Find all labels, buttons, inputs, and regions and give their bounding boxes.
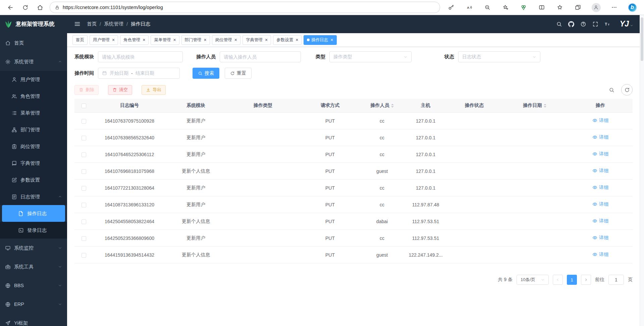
table-row[interactable]: 1642505235366809600更新用户PUTcc112.97.53.51… xyxy=(74,230,633,247)
row-checkbox[interactable] xyxy=(82,119,86,124)
breadcrumb-item[interactable]: 操作日志 xyxy=(131,21,150,27)
tab-home[interactable]: 首页 xyxy=(72,35,88,45)
detail-link[interactable]: 详细 xyxy=(592,185,608,191)
sidebar-item-system-management[interactable]: 系统管理 xyxy=(0,52,67,71)
table-row[interactable]: 1642504558053822464更新个人信息PUTdabai112.97.… xyxy=(74,213,633,230)
sidebar-item-bbs[interactable]: BBS xyxy=(0,276,67,295)
prev-page-button[interactable] xyxy=(553,275,563,285)
page-button-1[interactable]: 1 xyxy=(567,275,577,285)
sidebar-item-erp[interactable]: ERP xyxy=(0,295,67,314)
zoom-out-button[interactable] xyxy=(480,2,494,13)
tab-close-icon[interactable]: × xyxy=(234,38,237,42)
row-checkbox[interactable] xyxy=(82,136,86,140)
font-size-button[interactable]: TT xyxy=(603,19,612,28)
sidebar-item-param-settings[interactable]: 参数设置 xyxy=(0,172,67,188)
tab-close-icon[interactable]: × xyxy=(265,38,268,42)
clear-button[interactable]: 清空 xyxy=(108,85,132,95)
favorites-button[interactable] xyxy=(553,2,567,13)
browser-home-button[interactable] xyxy=(34,2,46,13)
sidebar-item-login-log[interactable]: 登录日志 xyxy=(0,222,67,239)
row-checkbox[interactable] xyxy=(82,219,86,224)
github-button[interactable] xyxy=(567,19,576,28)
sort-icon[interactable] xyxy=(391,104,394,108)
tab-menu-management[interactable]: 菜单管理 × xyxy=(151,35,179,45)
detail-link[interactable]: 详细 xyxy=(592,118,608,124)
breadcrumb-item[interactable]: 首页 xyxy=(87,21,97,27)
delete-button[interactable]: 删除 xyxy=(74,85,99,95)
table-row[interactable]: 1641087313696133120更新用户PUTcc112.97.87.48… xyxy=(74,196,633,213)
lock-icon[interactable] xyxy=(55,5,60,10)
col-date[interactable]: 操作日期 xyxy=(501,99,568,113)
detail-link[interactable]: 详细 xyxy=(592,218,608,224)
next-page-button[interactable] xyxy=(581,275,591,285)
menu-fold-icon[interactable] xyxy=(74,20,81,27)
tab-param-settings[interactable]: 参数设置 × xyxy=(273,35,302,45)
detail-link[interactable]: 详细 xyxy=(592,252,608,258)
table-row[interactable]: 1641076398565232640更新用户PUTcc127.0.0.1详细 xyxy=(74,129,633,146)
sidebar-item-role-management[interactable]: 角色管理 xyxy=(0,88,67,105)
tab-close-icon[interactable]: × xyxy=(296,38,298,42)
detail-link[interactable]: 详细 xyxy=(592,201,608,207)
back-button[interactable] xyxy=(5,2,16,13)
address-bar[interactable]: https://ccnetcore.com:1101/system/log/op… xyxy=(50,2,440,13)
user-avatar[interactable]: YJ xyxy=(620,20,633,28)
tab-role-management[interactable]: 角色管理 × xyxy=(120,35,149,45)
key-button[interactable] xyxy=(444,2,458,13)
profile-button[interactable] xyxy=(589,2,603,13)
breadcrumb-item[interactable]: 系统管理 xyxy=(104,21,123,27)
tab-user-management[interactable]: 用户管理 × xyxy=(90,35,118,45)
more-button[interactable] xyxy=(607,2,621,13)
collections-button[interactable] xyxy=(571,2,585,13)
detail-link[interactable]: 详细 xyxy=(592,151,608,157)
extension-button[interactable] xyxy=(517,2,531,13)
question-button[interactable] xyxy=(579,19,588,28)
sidebar-item-log-management[interactable]: 日志管理 xyxy=(0,188,67,205)
split-screen-button[interactable] xyxy=(535,2,549,13)
col-operator[interactable]: 操作人员 xyxy=(360,99,404,113)
row-checkbox[interactable] xyxy=(82,236,86,241)
browser-scrollbar[interactable] xyxy=(640,15,644,326)
tab-close-icon[interactable]: × xyxy=(143,38,145,42)
scrollbar-thumb[interactable] xyxy=(641,17,643,61)
search-button[interactable]: 搜索 xyxy=(193,68,219,79)
table-row[interactable]: 1641076968181075968更新个人信息PUTguest127.0.0… xyxy=(74,163,633,180)
read-aloud-button[interactable]: A xyxy=(462,2,476,13)
sidebar-item-system-tools[interactable]: 系统工具 xyxy=(0,257,67,276)
export-button[interactable]: 导出 xyxy=(142,85,166,95)
fullscreen-button[interactable] xyxy=(591,19,600,28)
module-input[interactable] xyxy=(98,51,183,62)
table-row[interactable]: 1641076465225306112更新用户PUTcc127.0.0.1详细 xyxy=(74,146,633,163)
sidebar-item-yi-framework[interactable]: Yi框架 xyxy=(0,314,67,326)
tab-close-icon[interactable]: × xyxy=(330,38,333,42)
tab-close-icon[interactable]: × xyxy=(204,38,207,42)
row-checkbox[interactable] xyxy=(82,186,86,191)
row-checkbox[interactable] xyxy=(82,253,86,258)
row-checkbox[interactable] xyxy=(82,169,86,174)
sort-icon[interactable] xyxy=(544,104,546,108)
row-checkbox[interactable] xyxy=(82,203,86,207)
favorites-add-button[interactable] xyxy=(498,2,513,13)
page-size-select[interactable]: 10条/页 xyxy=(517,275,549,285)
detail-link[interactable]: 详细 xyxy=(592,168,608,174)
tab-post-management[interactable]: 岗位管理 × xyxy=(212,35,240,45)
table-row[interactable]: 1644159136394514432更新个人信息PUTguest122.247… xyxy=(74,247,633,263)
table-refresh-button[interactable] xyxy=(621,84,633,95)
copilot-button[interactable]: b xyxy=(625,2,639,13)
sidebar-item-user-management[interactable]: 用户管理 xyxy=(0,71,67,88)
tab-dict-management[interactable]: 字典管理 × xyxy=(243,35,271,45)
detail-link[interactable]: 详细 xyxy=(592,134,608,140)
sidebar-item-menu-management[interactable]: 菜单管理 xyxy=(0,105,67,121)
sidebar-item-operation-log[interactable]: 操作日志 xyxy=(2,205,65,222)
row-checkbox[interactable] xyxy=(82,152,86,157)
sidebar-item-post-management[interactable]: 岗位管理 xyxy=(0,138,67,155)
sidebar-item-department-management[interactable]: 部门管理 xyxy=(0,121,67,138)
tab-department-management[interactable]: 部门管理 × xyxy=(181,35,210,45)
tab-close-icon[interactable]: × xyxy=(112,38,115,42)
app-logo[interactable]: 意框架管理系统 xyxy=(0,15,67,34)
detail-link[interactable]: 详细 xyxy=(592,235,608,241)
select-all-checkbox[interactable] xyxy=(82,104,86,108)
type-select[interactable]: 操作类型 xyxy=(329,51,412,62)
sidebar-item-system-monitor[interactable]: 系统监控 xyxy=(0,239,67,257)
tab-close-icon[interactable]: × xyxy=(173,38,176,42)
goto-page-input[interactable] xyxy=(608,275,624,285)
